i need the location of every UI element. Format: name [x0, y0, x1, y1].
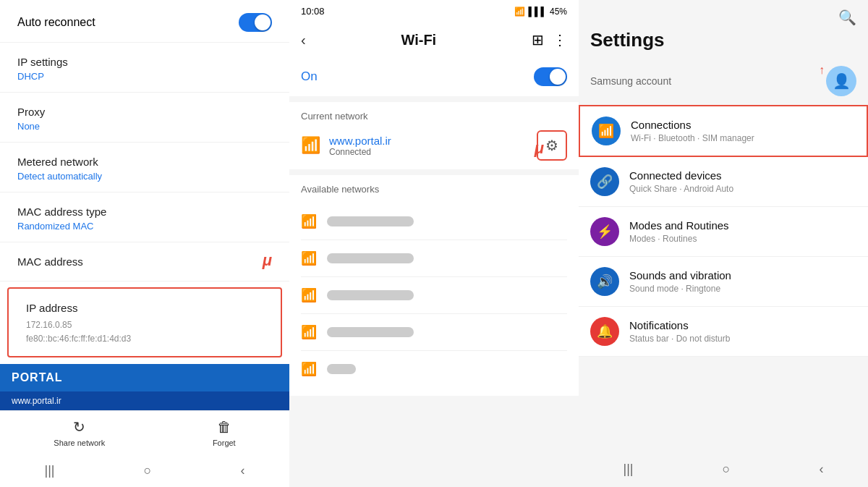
nav-recents-right[interactable]: |||: [624, 462, 634, 477]
wifi-header: ‹ Wi-Fi ⊞ ⋮: [289, 22, 579, 57]
current-network-item: 📶 www.portal.ir Connected ⚙: [301, 130, 567, 161]
battery-status: 45%: [550, 7, 567, 17]
right-panel: 🔍 Settings Samsung account ↑ 👤 📶 Connect…: [579, 0, 868, 487]
metered-network-row: Metered network Detect automatically: [0, 143, 289, 192]
available-network-4[interactable]: 📶: [301, 314, 567, 351]
proxy-row: Proxy None: [0, 93, 289, 143]
notifications-item[interactable]: 🔔 Notifications Status bar · Do not dist…: [579, 307, 868, 357]
signal-icon: ▌▌▌: [528, 7, 547, 17]
wifi-icon-3: 📶: [301, 287, 317, 303]
qr-icon[interactable]: ⊞: [532, 31, 544, 48]
wifi-title: Wi-Fi: [401, 32, 436, 48]
nav-bar-left: ||| ○ ‹: [0, 454, 289, 487]
proxy-value: None: [17, 121, 272, 132]
ip-settings-row: IP settings DHCP: [0, 43, 289, 93]
ip-address-label: IP address: [26, 302, 263, 314]
mac-address-type-label: MAC address type: [17, 206, 272, 218]
connections-subtitle: Wi-Fi · Bluetooth · SIM manager: [631, 133, 855, 143]
portal-url: www.portal.ir: [0, 391, 289, 410]
connections-title: Connections: [631, 119, 855, 131]
search-icon-btn[interactable]: 🔍: [838, 9, 856, 26]
network-name-blurred-1: [327, 216, 414, 226]
nav-back-left[interactable]: ‹: [240, 463, 244, 478]
ip-settings-label: IP settings: [17, 56, 272, 68]
arrow-annotation: ↑: [819, 64, 825, 77]
more-options-icon[interactable]: ⋮: [553, 31, 567, 48]
nav-back-right[interactable]: ‹: [819, 462, 823, 477]
samsung-account-row[interactable]: Samsung account ↑ 👤: [579, 57, 868, 105]
proxy-label: Proxy: [17, 106, 272, 118]
share-icon: ↻: [73, 418, 85, 436]
forget-icon: 🗑: [217, 419, 231, 436]
connected-devices-subtitle: Quick Share · Android Auto: [629, 184, 856, 194]
wifi-icon: 📶: [598, 123, 614, 139]
current-network-section: Current network 📶 www.portal.ir Connecte…: [289, 102, 579, 169]
status-icons: 📶 ▌▌▌ 45%: [514, 7, 567, 17]
modes-routines-text: Modes and Routines Modes · Routines: [629, 219, 856, 244]
wifi-icon-5: 📶: [301, 361, 317, 377]
devices-icon: 🔗: [597, 174, 613, 190]
connections-icon: 📶: [592, 117, 621, 145]
avatar: 👤: [826, 66, 856, 96]
ip-settings-value: DHCP: [17, 71, 272, 82]
settings-title: Settings: [579, 29, 868, 57]
wifi-on-label: On: [301, 69, 318, 84]
sound-icon: 🔊: [597, 274, 613, 289]
nav-home-left[interactable]: ○: [144, 463, 152, 478]
auto-reconnect-label: Auto reconnect: [17, 16, 95, 29]
current-network-title: Current network: [301, 111, 567, 122]
connected-devices-item[interactable]: 🔗 Connected devices Quick Share · Androi…: [579, 157, 868, 207]
notifications-subtitle: Status bar · Do not disturb: [629, 334, 856, 344]
notifications-text: Notifications Status bar · Do not distur…: [629, 319, 856, 344]
wifi-header-icons: ⊞ ⋮: [532, 31, 567, 48]
sounds-vibration-subtitle: Sound mode · Ringtone: [629, 284, 856, 294]
middle-panel: 10:08 📶 ▌▌▌ 45% ‹ Wi-Fi ⊞ ⋮ On Current n…: [289, 0, 579, 487]
wifi-back-btn[interactable]: ‹: [301, 32, 306, 48]
status-time: 10:08: [301, 6, 325, 17]
bottom-bar: PORTAL www.portal.ir ↻ Share network 🗑 F…: [0, 364, 289, 487]
available-networks-section: Available networks 📶 📶 📶 📶 📶: [289, 175, 579, 396]
settings-header: 🔍: [579, 0, 868, 29]
mu-annotation-middle: μ: [535, 139, 544, 158]
metered-network-label: Metered network: [17, 156, 272, 168]
nav-recents-left[interactable]: |||: [45, 463, 55, 478]
sounds-vibration-item[interactable]: 🔊 Sounds and vibration Sound mode · Ring…: [579, 257, 868, 307]
bell-icon: 🔔: [597, 323, 613, 339]
auto-reconnect-row: Auto reconnect: [0, 0, 289, 43]
network-name-blurred-4: [327, 327, 414, 337]
connected-devices-icon: 🔗: [590, 167, 619, 196]
wifi-icon-1: 📶: [301, 213, 317, 229]
connections-text: Connections Wi-Fi · Bluetooth · SIM mana…: [631, 119, 855, 143]
modes-routines-title: Modes and Routines: [629, 219, 856, 232]
notifications-title: Notifications: [629, 319, 856, 331]
portal-bar: PORTAL: [0, 364, 289, 391]
connections-item[interactable]: 📶 Connections Wi-Fi · Bluetooth · SIM ma…: [579, 105, 868, 157]
available-network-2[interactable]: 📶: [301, 240, 567, 277]
auto-reconnect-toggle[interactable]: [239, 13, 272, 32]
available-network-1[interactable]: 📶: [301, 203, 567, 240]
wifi-status-icon: 📶: [514, 7, 525, 17]
wifi-toggle[interactable]: [534, 67, 567, 86]
modes-routines-subtitle: Modes · Routines: [629, 234, 856, 244]
modes-routines-item[interactable]: ⚡ Modes and Routines Modes · Routines: [579, 207, 868, 257]
mac-address-type-row: MAC address type Randomized MAC: [0, 192, 289, 242]
sounds-icon: 🔊: [590, 267, 619, 296]
network-text: www.portal.ir Connected: [329, 135, 391, 157]
metered-network-value: Detect automatically: [17, 171, 272, 182]
connected-devices-text: Connected devices Quick Share · Android …: [629, 169, 856, 194]
nav-home-right[interactable]: ○: [723, 462, 731, 477]
notifications-icon: 🔔: [590, 317, 619, 346]
mu-annotation-left: μ: [263, 251, 272, 270]
available-networks-title: Available networks: [301, 184, 567, 195]
network-name-blurred-2: [327, 253, 414, 263]
ip-address-value1: 172.16.0.85: [26, 318, 263, 332]
network-name: www.portal.ir: [329, 135, 391, 147]
forget-btn[interactable]: 🗑 Forget: [213, 419, 236, 447]
bottom-action-bar: ↻ Share network 🗑 Forget: [0, 410, 289, 454]
wifi-icon-2: 📶: [301, 250, 317, 266]
nav-bar-right: ||| ○ ‹: [579, 452, 868, 487]
available-network-5[interactable]: 📶: [301, 351, 567, 387]
available-network-3[interactable]: 📶: [301, 277, 567, 314]
routines-icon: ⚡: [597, 224, 613, 240]
share-network-btn[interactable]: ↻ Share network: [54, 418, 105, 447]
